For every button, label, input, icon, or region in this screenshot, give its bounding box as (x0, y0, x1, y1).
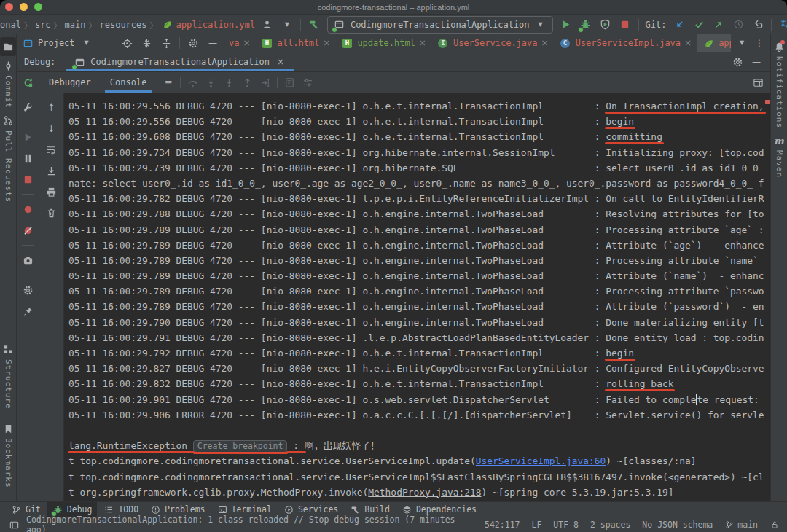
debug-console-output[interactable]: 05-11 16:00:29.556 DEBUG 4720 --- [nio-8… (64, 93, 770, 501)
close-window-button[interactable] (5, 3, 13, 11)
close-icon[interactable]: × (243, 38, 250, 48)
tool-stripe-commit[interactable]: Commit (0, 56, 16, 112)
tool-stripe-structure[interactable]: Structure (0, 340, 16, 412)
step-out-button[interactable] (240, 76, 254, 89)
tab-debugger[interactable]: Debugger (39, 72, 101, 93)
local-history-button[interactable] (732, 18, 745, 31)
caret-position[interactable]: 542:117 (485, 520, 520, 530)
schema-indicator[interactable]: No JSON schema (642, 520, 713, 530)
mute-breakpoints-button[interactable] (21, 224, 34, 237)
prev-occurrence-button[interactable]: ↑ (45, 101, 58, 114)
bell-icon (772, 40, 786, 53)
expand-all-button[interactable] (140, 36, 153, 50)
list-icon (103, 504, 114, 515)
clear-console-button[interactable] (45, 206, 58, 219)
translate-icon[interactable] (778, 18, 787, 31)
step-over-button[interactable] (186, 76, 199, 89)
project-panel-title[interactable]: Project (38, 38, 75, 48)
commit-button[interactable] (692, 18, 705, 31)
tool-stripe-bookmarks[interactable]: Bookmarks (0, 419, 16, 491)
stop-session-button[interactable] (21, 173, 34, 186)
project-options-button[interactable] (187, 36, 200, 50)
tool-stripe-maven[interactable]: mMaven (771, 131, 787, 181)
resume-button[interactable] (21, 130, 34, 144)
next-occurrence-button[interactable]: ↓ (45, 122, 58, 135)
print-button[interactable] (45, 185, 58, 198)
hide-debug-panel-button[interactable]: — (750, 55, 763, 69)
editor-tab-va[interactable]: va× (224, 34, 256, 52)
log-text: On TransactionImpl creation, (606, 101, 764, 112)
editor-tab-application-yml[interactable]: application.yml× (697, 34, 731, 52)
build-project-button[interactable] (308, 18, 321, 31)
maximize-window-button[interactable] (34, 3, 42, 11)
close-icon[interactable]: × (274, 55, 287, 69)
chevron-down-icon[interactable]: ▼ (80, 36, 93, 50)
pause-button[interactable] (21, 152, 34, 165)
hide-panel-button[interactable]: — (206, 36, 219, 50)
force-step-into-button[interactable] (222, 76, 235, 89)
editor-tab-userserviceimpl-java[interactable]: CUserServiceImpl.java× (554, 34, 697, 52)
encoding-indicator[interactable]: UTF-8 (553, 520, 579, 530)
breadcrumb-item[interactable]: main (65, 20, 86, 30)
pin-tab-button[interactable] (21, 305, 34, 318)
stop-button[interactable] (619, 18, 632, 31)
tab-console[interactable]: Console (101, 72, 157, 93)
tab-dropdown-button[interactable]: ▼ (735, 36, 748, 50)
editor-tab-userservice-java[interactable]: IUserService.java× (431, 34, 554, 52)
tool-stripe-project[interactable] (0, 37, 16, 56)
layout-icon[interactable] (751, 76, 764, 89)
bug-icon (52, 504, 63, 515)
user-account-icon[interactable] (261, 18, 274, 31)
console-log-line: 05-11 16:00:29.789 DEBUG 4720 --- [nio-8… (68, 299, 770, 314)
layout-settings-button[interactable] (301, 76, 314, 89)
evaluate-expression-button[interactable] (283, 76, 296, 89)
chevron-down-icon[interactable]: ▼ (281, 18, 294, 31)
more-options-button[interactable]: ⋮ (753, 36, 766, 50)
select-opened-file-button[interactable] (120, 36, 133, 50)
run-config-selector[interactable]: CodingmoreTransactionalApplication ▼ (327, 16, 553, 34)
lock-icon[interactable] (770, 520, 780, 530)
scroll-to-end-button[interactable] (45, 164, 58, 177)
stacktrace-link[interactable]: MethodProxy.java:218 (368, 487, 481, 498)
close-icon[interactable]: × (323, 38, 330, 48)
debug-button[interactable] (579, 18, 592, 31)
debugger-options-button[interactable] (21, 283, 34, 297)
close-icon[interactable]: × (541, 38, 549, 48)
thread-dump-button[interactable] (21, 254, 34, 267)
log-text: t top.codingmore.codingmoretransactional… (68, 472, 764, 482)
debug-panel-settings-button[interactable] (731, 55, 744, 69)
stacktrace-link[interactable]: UserServiceImpl.java:60 (476, 455, 606, 466)
console-menu-button[interactable]: ≡ (162, 76, 175, 89)
run-with-coverage-button[interactable] (599, 18, 612, 31)
update-project-button[interactable] (673, 18, 686, 31)
create-breakpoint-chip[interactable]: Create breakpoint (193, 440, 288, 453)
breadcrumb-current-file[interactable]: application.yml (161, 18, 255, 31)
indent-indicator[interactable]: 2 spaces (590, 520, 630, 530)
editor-tab-all-html[interactable]: Hall.html× (256, 34, 336, 52)
close-icon[interactable]: × (419, 38, 426, 48)
breadcrumb-item[interactable]: src (35, 20, 51, 30)
tool-stripe-pull-requests[interactable]: Pull Requests (0, 112, 16, 206)
git-branch-indicator[interactable]: main (724, 520, 758, 530)
soft-wrap-button[interactable] (45, 143, 58, 156)
step-into-button[interactable] (204, 76, 217, 89)
view-breakpoints-button[interactable] (21, 203, 34, 216)
rerun-button[interactable] (21, 76, 34, 89)
debug-settings-button[interactable] (21, 101, 34, 114)
close-icon[interactable]: × (684, 38, 692, 48)
collapse-all-button[interactable] (160, 36, 173, 50)
push-button[interactable] (712, 18, 725, 31)
minimize-window-button[interactable] (20, 3, 28, 11)
rollback-button[interactable] (751, 18, 764, 31)
run-to-cursor-button[interactable] (259, 76, 272, 89)
tool-window-toggle-icon[interactable] (7, 518, 20, 531)
run-button[interactable] (560, 18, 573, 31)
editor-tab-update-html[interactable]: Hupdate.html× (335, 34, 431, 52)
stacktrace-link[interactable]: RuntimeException (97, 440, 187, 451)
tool-stripe-notifications[interactable]: Notifications (771, 37, 787, 131)
debug-session-tab[interactable]: CodingmoreTransactionalApplication × (66, 52, 294, 71)
line-ending-indicator[interactable]: LF (531, 520, 541, 530)
tool-stripe-label: Pull Requests (4, 130, 13, 203)
breadcrumb-item[interactable]: resources (100, 20, 147, 30)
breadcrumb-item[interactable]: onal (0, 20, 21, 30)
